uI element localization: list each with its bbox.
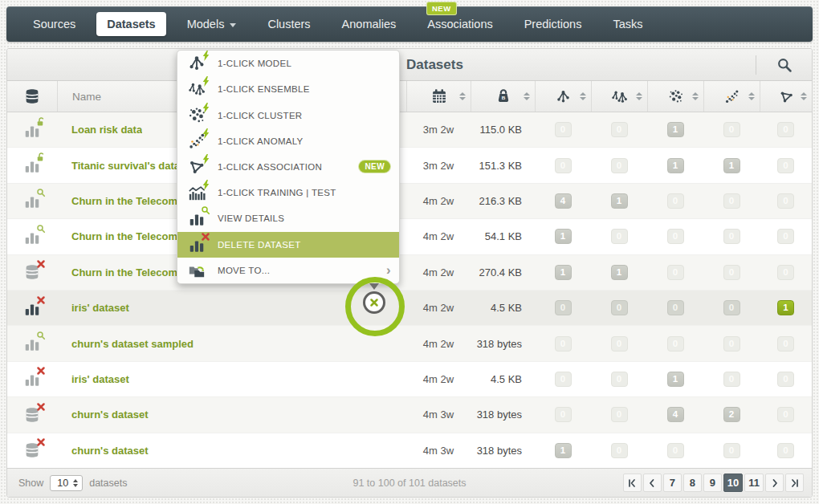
dataset-context-menu: 1-CLICK MODEL 1-CLICK ENSEMBLE 1-CLICK C… <box>177 50 400 284</box>
sort-icon[interactable] <box>692 92 699 100</box>
dataset-name-link[interactable]: Churn in the Telecom In <box>71 230 189 242</box>
column-clusters[interactable] <box>647 81 703 112</box>
menu-item-1click-association[interactable]: 1-CLICK ASSOCIATION NEW <box>177 154 399 180</box>
models-count-badge: 0 <box>555 336 572 352</box>
nav-datasets[interactable]: Datasets <box>96 12 165 36</box>
table-row[interactable]: Churn in the Telecom In 4m 2w 216.3 KB 4… <box>7 184 812 219</box>
associations-count-badge: 0 <box>777 372 794 387</box>
sort-icon[interactable] <box>524 92 530 100</box>
menu-item-label: DELETE DATASET <box>218 240 300 250</box>
column-age[interactable] <box>406 81 471 112</box>
ensemble-bolt-icon <box>188 79 210 99</box>
page-size-select[interactable]: 10 <box>50 475 83 491</box>
sort-icon[interactable] <box>801 92 807 100</box>
page-button[interactable]: 10 <box>723 474 743 492</box>
menu-item-view-details[interactable]: VIEW DETAILS <box>177 205 399 231</box>
menu-item-move-to[interactable]: MOVE TO... › <box>177 258 399 283</box>
table-row[interactable]: Churn in the Telecom In 4m 2w 270.4 KB 1… <box>7 255 812 291</box>
dataset-name-link[interactable]: churn's dataset <box>71 445 149 457</box>
page-button[interactable]: 7 <box>663 474 682 492</box>
table-row[interactable]: iris' dataset 4m 2w 4.5 KB 0 0 1 0 0 <box>7 362 812 397</box>
nav-predictions[interactable]: Predictions <box>514 12 593 36</box>
table-row[interactable]: Titanic survival's datase 3m 2w 151.3 KB… <box>7 148 812 183</box>
close-menu-x-icon[interactable] <box>363 291 385 314</box>
first-page-button[interactable] <box>623 474 642 492</box>
menu-item-1click-cluster[interactable]: 1-CLICK CLUSTER <box>177 102 399 128</box>
page-button[interactable]: 11 <box>744 474 764 492</box>
table-row[interactable]: churn's dataset sampled 4m 2w 318 bytes … <box>7 326 812 361</box>
anomalies-count-badge: 0 <box>723 300 740 315</box>
column-size[interactable] <box>471 81 535 112</box>
dataset-size: 318 bytes <box>471 326 535 360</box>
menu-pointer-notch <box>369 283 379 290</box>
panel-titlebar: Datasets <box>7 49 812 81</box>
table-row[interactable]: Churn in the Telecom In 4m 2w 54.1 KB 1 … <box>7 219 812 254</box>
dataset-name-link[interactable]: churn's dataset <box>71 408 149 421</box>
column-dataset-type[interactable] <box>7 81 57 112</box>
menu-item-label: 1-CLICK MODEL <box>218 59 291 68</box>
menu-item-1click-model[interactable]: 1-CLICK MODEL <box>177 51 399 76</box>
anomalies-count-badge: 0 <box>723 265 740 280</box>
delete-x-icon <box>36 402 46 412</box>
table-row[interactable]: churn's dataset 4m 3w 318 bytes 1 0 0 0 … <box>7 433 812 469</box>
page-title: Datasets <box>406 49 463 81</box>
stepper-icon <box>73 479 78 487</box>
menu-item-label: 1-CLICK CLUSTER <box>218 111 302 120</box>
training-test-bolt-icon <box>188 183 210 202</box>
nav-tasks[interactable]: Tasks <box>602 12 653 36</box>
sort-icon[interactable] <box>748 92 755 100</box>
magnifier-icon <box>36 331 46 340</box>
divider <box>756 55 756 75</box>
page-button[interactable]: 8 <box>683 474 702 492</box>
dataset-size: 151.3 KB <box>471 148 535 182</box>
dataset-name-link[interactable]: churn's dataset sampled <box>71 338 194 350</box>
table-row[interactable]: iris' dataset 4m 2w 4.5 KB 0 0 0 0 1 <box>7 291 812 326</box>
nav-models[interactable]: Models <box>177 12 247 36</box>
menu-item-1click-training-test[interactable]: 1-CLICK TRAINING | TEST <box>177 180 399 205</box>
models-count-badge: 1 <box>555 443 572 458</box>
clusters-count-badge: 1 <box>667 158 684 173</box>
nav-clusters[interactable]: Clusters <box>257 12 320 36</box>
first-page-icon <box>627 478 637 488</box>
menu-item-1click-ensemble[interactable]: 1-CLICK ENSEMBLE <box>177 76 399 102</box>
models-count-badge: 4 <box>555 193 572 209</box>
dataset-deleted-icon <box>23 370 41 388</box>
menu-item-1click-anomaly[interactable]: 1-CLICK ANOMALY <box>177 128 399 154</box>
nav-sources[interactable]: Sources <box>22 12 86 36</box>
table-row[interactable]: Loan risk data 3m 2w 115.0 KB 0 0 1 0 0 <box>7 112 812 148</box>
dataset-name-link[interactable]: iris' dataset <box>71 373 129 385</box>
anomalies-count-badge: 0 <box>723 122 740 137</box>
menu-item-label: 1-CLICK ANOMALY <box>218 136 304 146</box>
dataset-name-link[interactable]: Churn in the Telecom In <box>71 195 189 207</box>
associations-count-badge: 0 <box>777 443 794 458</box>
previous-page-button[interactable] <box>643 474 662 492</box>
column-anomalies[interactable] <box>703 81 760 112</box>
menu-item-label: 1-CLICK ASSOCIATION <box>218 162 322 172</box>
nav-anomalies[interactable]: Anomalies <box>332 12 407 36</box>
search-button[interactable] <box>772 55 797 75</box>
dataset-size: 270.4 KB <box>471 255 535 290</box>
dataset-name-link[interactable]: Churn in the Telecom In <box>71 266 189 278</box>
nav-associations[interactable]: Associations <box>417 12 503 36</box>
table-row[interactable]: churn's dataset 4m 3w 318 bytes 0 0 4 2 … <box>7 397 812 433</box>
menu-item-delete-dataset[interactable]: DELETE DATASET <box>177 232 399 258</box>
column-ensembles[interactable] <box>591 81 647 112</box>
dataset-name-link[interactable]: Titanic survival's datase <box>71 160 192 172</box>
anomaly-icon <box>724 89 740 104</box>
models-count-badge: 0 <box>555 407 572 422</box>
column-associations[interactable] <box>760 81 812 112</box>
table-body: Loan risk data 3m 2w 115.0 KB 0 0 1 0 0 … <box>7 112 812 469</box>
column-models[interactable] <box>535 81 591 112</box>
next-page-button[interactable] <box>765 474 784 492</box>
menu-item-label: MOVE TO... <box>218 266 270 275</box>
page-button[interactable]: 9 <box>703 474 722 492</box>
delete-x-icon <box>36 437 46 447</box>
datasets-panel: Datasets Name Loan risk data 3m 2w 115.0… <box>6 48 813 498</box>
dataset-age: 3m 2w <box>406 148 471 182</box>
last-page-button[interactable] <box>785 474 804 492</box>
sort-icon[interactable] <box>636 92 642 100</box>
sort-icon[interactable] <box>459 92 466 100</box>
dataset-name-link[interactable]: iris' dataset <box>71 302 129 314</box>
dataset-name-link[interactable]: Loan risk data <box>71 124 142 136</box>
sort-icon[interactable] <box>580 92 586 100</box>
